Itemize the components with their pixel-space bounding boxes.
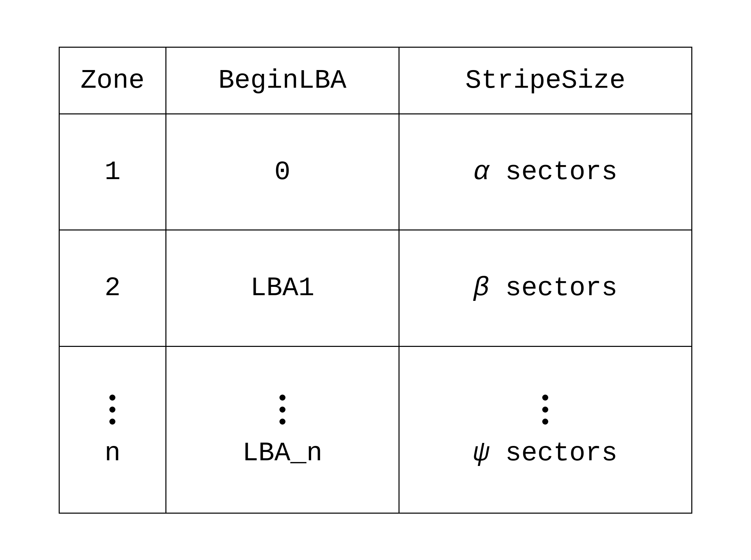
table-row: 2 LBA1 β sectors <box>59 230 692 346</box>
beginlba-dots <box>280 388 285 431</box>
beginlba-dots-n-wrapper: LBA_n <box>186 378 379 482</box>
header-stripesize: StripeSize <box>399 47 692 114</box>
stripesize-dots-n-wrapper: ψ sectors <box>420 378 671 482</box>
zone-dots-n-cell: n <box>59 346 166 513</box>
zone-table: Zone BeginLBA StripeSize 1 0 α sectors 2… <box>59 47 692 514</box>
stripesize-suffix: sectors <box>489 157 617 187</box>
dot <box>542 395 548 401</box>
zone-dots-n-wrapper: n <box>80 378 145 482</box>
beginlba-dots-n-cell: LBA_n <box>166 346 399 513</box>
stripesize-dots-n-cell: ψ sectors <box>399 346 692 513</box>
greek-symbol: ψ <box>473 438 489 468</box>
dot <box>109 395 115 401</box>
zone-cell: 1 <box>59 114 166 230</box>
stripesize-dots <box>542 388 548 431</box>
header-beginlba: BeginLBA <box>166 47 399 114</box>
zone-cell: 2 <box>59 230 166 346</box>
header-row: Zone BeginLBA StripeSize <box>59 47 692 114</box>
dot <box>542 406 548 413</box>
stripesize-cell: β sectors <box>399 230 692 346</box>
table-row-dots-n: n LBA_n <box>59 346 692 513</box>
dot <box>109 419 115 425</box>
table-wrapper: Zone BeginLBA StripeSize 1 0 α sectors 2… <box>0 0 751 560</box>
beginlba-cell: 0 <box>166 114 399 230</box>
beginlba-cell: LBA1 <box>166 230 399 346</box>
stripesize-n-suffix: sectors <box>489 438 617 468</box>
dot <box>280 406 285 413</box>
dot <box>280 395 285 401</box>
header-zone: Zone <box>59 47 166 114</box>
dot <box>280 419 285 425</box>
stripesize-n-label: ψ sectors <box>473 438 617 468</box>
greek-symbol: α <box>473 157 489 187</box>
dot <box>542 419 548 425</box>
stripesize-suffix: sectors <box>489 273 617 303</box>
zone-n-label: n <box>104 438 120 468</box>
dot <box>109 406 115 413</box>
beginlba-n-label: LBA_n <box>242 438 323 468</box>
stripesize-cell: α sectors <box>399 114 692 230</box>
zone-dots <box>109 388 115 431</box>
greek-symbol: β <box>473 273 489 303</box>
table-row: 1 0 α sectors <box>59 114 692 230</box>
